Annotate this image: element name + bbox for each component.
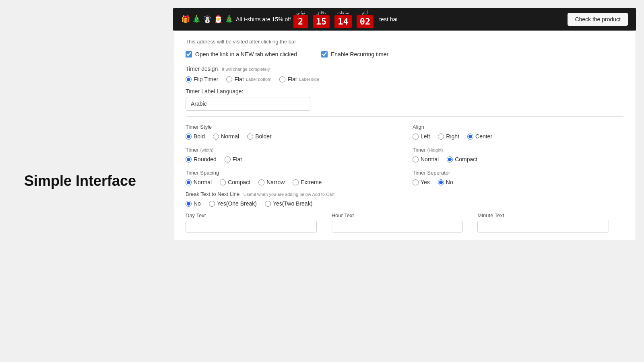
enable-recurring-label: Enable Recurring timer [331,51,388,58]
open-new-tab-label: Open the link in a NEW tab when clicked [195,51,297,58]
radio-left[interactable]: Left [413,133,430,140]
break-text-section: Break Text to Next Line Useful when you … [186,191,623,207]
check-product-button[interactable]: Check the product [568,13,628,26]
timer-label-days: أيام [362,10,368,15]
align-label: Align [413,124,623,130]
timer-label-lang-input[interactable] [186,97,310,111]
timer-label-seconds: ثواني [296,10,305,15]
radio-center[interactable]: Center [467,133,492,140]
compact-height-label: Compact [455,156,477,162]
radio-rounded[interactable]: Rounded [186,156,217,162]
timer-design-radio-group: Flip Timer Flat Label bottom Flat Label … [186,76,623,82]
timer-value-hours: 14 [334,15,352,28]
radio-normal-spacing[interactable]: Normal [186,179,212,185]
timer-design-note: It will change completely [222,67,270,72]
hour-text-input[interactable] [332,221,463,232]
minute-text-col: Minute Text [477,212,623,232]
normal-style-label: Normal [221,133,239,140]
minute-text-label: Minute Text [477,212,623,218]
open-new-tab-input[interactable] [186,51,192,58]
normal-height-label: Normal [421,156,439,162]
timer-display: أيام 02 ساعات 14 دقائق 15 ثوا [293,10,374,28]
radio-compact-height[interactable]: Compact [447,156,477,162]
break-text-radio-group: No Yes(One Break) Yes(Two Break) [186,200,623,207]
timer-label-lang-section: Timer Label Language: [186,88,623,111]
bt-no-label: No [194,200,201,207]
radio-flip-timer[interactable]: Flip Timer [186,76,218,82]
hour-text-label: Hour Text [332,212,478,218]
bar-text: All t-shirts are 15% off [236,16,291,23]
timer-width-note: (width) [200,148,213,152]
sep-yes-label: Yes [421,179,430,185]
break-text-note: Useful when you are adding below Add to … [244,192,334,197]
radio-normal-height[interactable]: Normal [413,156,439,162]
radio-sep-no[interactable]: No [438,179,453,185]
align-section: Align Left Right Center [413,124,623,140]
timer-style-label: Timer Style [186,124,396,130]
address-hint: This address will be visited after click… [186,39,623,45]
radio-flat-side[interactable]: Flat Label side [279,76,319,82]
timer-spacing-label: Timer Spacing [186,170,396,176]
timer-height-radio-group: Normal Compact [413,156,623,162]
bt-one-label: Yes(One Break) [217,200,257,207]
right-label: Right [446,133,459,140]
checkbox-row: Open the link in a NEW tab when clicked … [186,51,623,58]
narrow-spacing-label: Narrow [266,179,285,185]
timer-style-radio-group: Bold Normal Bolder [186,133,396,140]
timer-unit-days: أيام 02 [357,10,374,28]
bt-two-label: Yes(Two Break) [273,200,312,207]
radio-bt-one[interactable]: Yes(One Break) [209,200,257,207]
radio-flat-bottom[interactable]: Flat Label bottom [226,76,271,82]
radio-sep-yes[interactable]: Yes [413,179,430,185]
bolder-label: Bolder [255,133,271,140]
day-text-label: Day Text [186,212,332,218]
day-text-col: Day Text [186,212,332,232]
two-col-width-height: Timer (width) Rounded Flat [186,147,623,162]
flip-timer-label: Flip Timer [194,76,218,82]
two-col-spacing-sep: Timer Spacing Normal Compact Narrow [186,170,623,185]
radio-bt-no[interactable]: No [186,200,201,207]
timer-value-seconds: 2 [293,15,308,28]
timer-width-label: Timer (width) [186,147,396,153]
radio-flat-width[interactable]: Flat [225,156,242,162]
open-new-tab-checkbox[interactable]: Open the link in a NEW tab when clicked [186,51,297,58]
two-col-style-align: Timer Style Bold Normal Bolder [186,124,623,140]
radio-bold[interactable]: Bold [186,133,205,140]
radio-narrow-spacing[interactable]: Narrow [258,179,285,185]
radio-compact-spacing[interactable]: Compact [220,179,250,185]
enable-recurring-checkbox[interactable]: Enable Recurring timer [321,51,388,58]
timer-style-section: Timer Style Bold Normal Bolder [186,124,396,140]
bar-suffix: test hai [379,16,397,23]
timer-height-section: Timer (Height) Normal Compact [413,147,623,162]
timer-label-minutes: دقائق [316,10,326,15]
timer-width-section: Timer (width) Rounded Flat [186,147,396,162]
extreme-spacing-label: Extreme [301,179,322,185]
minute-text-input[interactable] [477,221,609,232]
radio-right[interactable]: Right [438,133,459,140]
timer-spacing-radio-group: Normal Compact Narrow Extreme [186,179,396,185]
day-text-input[interactable] [186,221,317,232]
timer-label-hours: ساعات [337,10,349,15]
bar-emojis: 🎁 🎄 ☃️ 🎅 🎄 [181,15,233,24]
radio-extreme-spacing[interactable]: Extreme [293,179,322,185]
form-panel: This address will be visited after click… [173,31,636,241]
radio-bt-two[interactable]: Yes(Two Break) [265,200,312,207]
flat-bottom-note: Label bottom [246,77,272,82]
timer-height-label: Timer (Height) [413,147,623,153]
radio-bolder[interactable]: Bolder [247,133,271,140]
timer-design-label: Timer design It will change completely [186,66,623,72]
break-text-label: Break Text to Next Line Useful when you … [186,191,623,197]
timer-unit-minutes: دقائق 15 [313,10,330,28]
center-label: Center [475,133,492,140]
flat-side-label: Flat [287,76,297,82]
timer-spacing-section: Timer Spacing Normal Compact Narrow [186,170,396,185]
align-radio-group: Left Right Center [413,133,623,140]
timer-separator-section: Timer Seperator Yes No [413,170,623,185]
timer-label-lang-label: Timer Label Language: [186,88,623,95]
normal-spacing-label: Normal [194,179,212,185]
timer-separator-radio-group: Yes No [413,179,623,185]
radio-normal-style[interactable]: Normal [213,133,239,140]
timer-unit-seconds: ثواني 2 [293,10,308,28]
compact-spacing-label: Compact [228,179,250,185]
enable-recurring-input[interactable] [321,51,328,58]
